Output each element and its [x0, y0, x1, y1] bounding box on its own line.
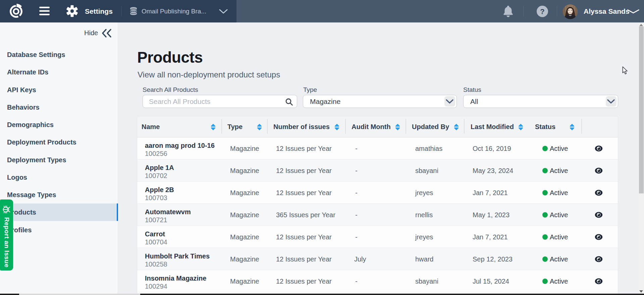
svg-text:?: ?: [540, 7, 544, 16]
